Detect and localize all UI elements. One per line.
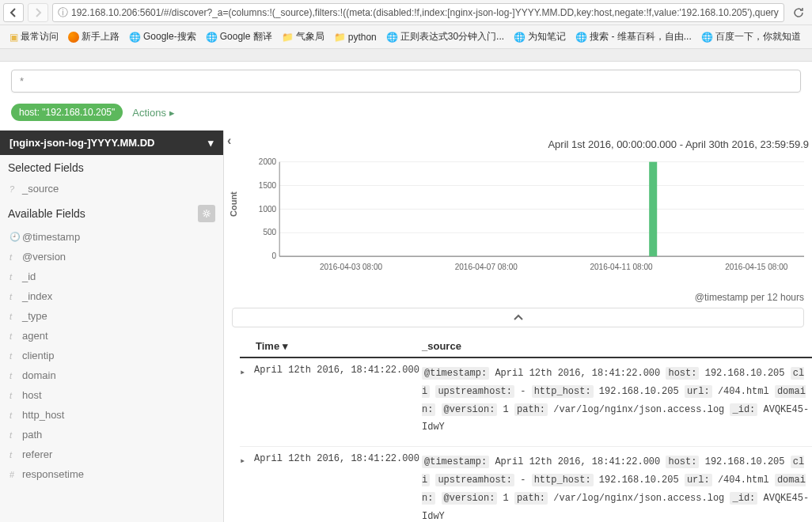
field-host[interactable]: thost	[0, 385, 223, 405]
x-axis-label: @timestamp per 12 hours	[224, 290, 812, 304]
field-type-icon: t	[9, 252, 17, 262]
col-header-source[interactable]: _source	[422, 340, 812, 352]
field-name: http_host	[22, 409, 65, 421]
field-_index[interactable]: t_index	[0, 286, 223, 306]
svg-text:1000: 1000	[259, 204, 277, 213]
field-name: @timestamp	[22, 231, 80, 243]
source-key: http_host:	[532, 385, 594, 398]
bookmark-python[interactable]: 📁python	[331, 30, 380, 44]
field-type-icon: t	[9, 430, 17, 440]
back-button[interactable]	[3, 3, 24, 22]
field-domain[interactable]: tdomain	[0, 365, 223, 385]
bookmark-baidu[interactable]: 🌐百度一下，你就知道	[698, 28, 804, 45]
search-input[interactable]: *	[11, 70, 801, 93]
filter-pill-host[interactable]: host: "192.168.10.205"	[11, 104, 123, 121]
folder-icon: 📁	[282, 32, 294, 43]
field-responsetime[interactable]: #responsetime	[0, 464, 223, 484]
documents-table: Time ▾ _source ▸April 12th 2016, 18:41:2…	[224, 335, 812, 522]
svg-text:2000: 2000	[259, 157, 277, 166]
field-type-icon: ?	[9, 184, 17, 194]
source-key: url:	[685, 474, 712, 486]
url-bar[interactable]: ⓘ	[52, 3, 784, 22]
expand-row-button[interactable]: ▸	[240, 453, 254, 522]
fields-sidebar: [nginx-json-log-]YYYY.MM.DD ▾ Selected F…	[0, 130, 224, 522]
field-name: referer	[22, 448, 52, 460]
caret-down-icon: ▾	[208, 137, 214, 149]
histogram-chart: Count 0 500 1000 1500 2000 2016-04-03	[224, 153, 812, 290]
index-pattern-selector[interactable]: [nginx-json-log-]YYYY.MM.DD ▾	[0, 130, 223, 155]
field-name: _source	[22, 183, 59, 195]
svg-text:500: 500	[263, 228, 276, 236]
expand-row-button[interactable]: ▸	[240, 365, 254, 437]
col-header-time[interactable]: Time ▾	[240, 340, 422, 352]
sort-desc-icon: ▾	[283, 340, 288, 352]
field-clientip[interactable]: tclientip	[0, 346, 223, 365]
folder-icon: 📁	[334, 32, 346, 43]
field-agent[interactable]: tagent	[0, 326, 223, 346]
time-range-label: April 1st 2016, 00:00:00.000 - April 30t…	[224, 130, 812, 153]
bookmark-regex[interactable]: 🌐正则表达式30分钟入门...	[383, 28, 507, 45]
source-key: _id:	[730, 403, 757, 416]
source-key: _id:	[730, 492, 757, 505]
reload-button[interactable]	[788, 3, 809, 22]
field-_id[interactable]: t_id	[0, 267, 223, 286]
available-fields-heading: Available Fields	[0, 199, 223, 227]
field-referer[interactable]: treferer	[0, 444, 223, 464]
svg-text:2016-04-11 08:00: 2016-04-11 08:00	[590, 263, 652, 271]
svg-text:1500: 1500	[259, 180, 277, 189]
field-name: @version	[22, 251, 66, 263]
folder-icon: ▣	[9, 32, 18, 43]
bookmark-getting-started[interactable]: 新手上路	[65, 28, 123, 45]
field-_source[interactable]: ?_source	[0, 179, 223, 199]
field-@timestamp[interactable]: 🕘@timestamp	[0, 227, 223, 247]
field-type-icon: #	[9, 470, 17, 479]
bookmark-wiz[interactable]: 🌐为知笔记	[510, 28, 569, 45]
discover-content: ‹ April 1st 2016, 00:00:00.000 - April 3…	[224, 130, 812, 522]
field-@version[interactable]: t@version	[0, 247, 223, 267]
source-key: @version:	[442, 492, 498, 505]
search-area: *	[0, 62, 812, 99]
globe-icon: 🌐	[701, 32, 713, 43]
source-key: upstreamhost:	[435, 474, 514, 486]
collapse-chart-button[interactable]	[232, 308, 804, 327]
field-name: _index	[22, 290, 52, 302]
source-cell: @timestamp: April 12th 2016, 18:41:22.00…	[422, 365, 812, 437]
svg-point-0	[205, 212, 208, 215]
field-name: agent	[22, 330, 48, 342]
source-key: @version:	[442, 403, 498, 416]
source-key: host:	[666, 456, 699, 468]
globe-icon: 🌐	[386, 32, 398, 43]
bookmark-most-visited[interactable]: ▣最常访问	[6, 28, 62, 45]
field-name: domain	[22, 369, 56, 381]
bookmark-google-translate[interactable]: 🌐Google 翻译	[203, 28, 275, 45]
table-row: ▸April 12th 2016, 18:41:22.000@timestamp…	[240, 447, 812, 522]
field-name: responsetime	[22, 468, 84, 480]
bookmark-wikipedia[interactable]: 🌐搜索 - 维基百科，自由...	[572, 28, 695, 45]
field-http_host[interactable]: thttp_host	[0, 405, 223, 425]
histogram-bar[interactable]	[649, 162, 657, 256]
field-type-icon: t	[9, 351, 17, 361]
forward-button[interactable]	[28, 3, 48, 22]
field-type-icon: t	[9, 410, 17, 420]
field-path[interactable]: tpath	[0, 425, 223, 444]
source-key: @timestamp:	[422, 367, 489, 380]
field-name: host	[22, 389, 42, 401]
field-type-icon: t	[9, 391, 17, 400]
bookmark-weather[interactable]: 📁气象局	[279, 28, 328, 45]
collapse-sidebar-button[interactable]: ‹	[227, 134, 231, 148]
source-cell: @timestamp: April 12th 2016, 18:41:22.00…	[422, 453, 812, 522]
svg-text:2016-04-03 08:00: 2016-04-03 08:00	[320, 263, 382, 271]
table-row: ▸April 12th 2016, 18:41:22.000@timestamp…	[240, 358, 812, 447]
filter-actions[interactable]: Actions ▸	[132, 107, 174, 119]
svg-text:2016-04-15 08:00: 2016-04-15 08:00	[725, 263, 787, 271]
field-type-icon: t	[9, 292, 17, 301]
url-input[interactable]	[71, 7, 779, 18]
bookmark-google-search[interactable]: 🌐Google-搜索	[126, 28, 199, 45]
field-type-icon: t	[9, 450, 17, 460]
field-name: _type	[22, 310, 47, 322]
info-icon: ⓘ	[58, 6, 68, 20]
gear-icon[interactable]	[198, 205, 215, 222]
field-name: _id	[22, 270, 36, 282]
field-_type[interactable]: t_type	[0, 306, 223, 326]
browser-nav-bar: ⓘ	[0, 0, 812, 25]
